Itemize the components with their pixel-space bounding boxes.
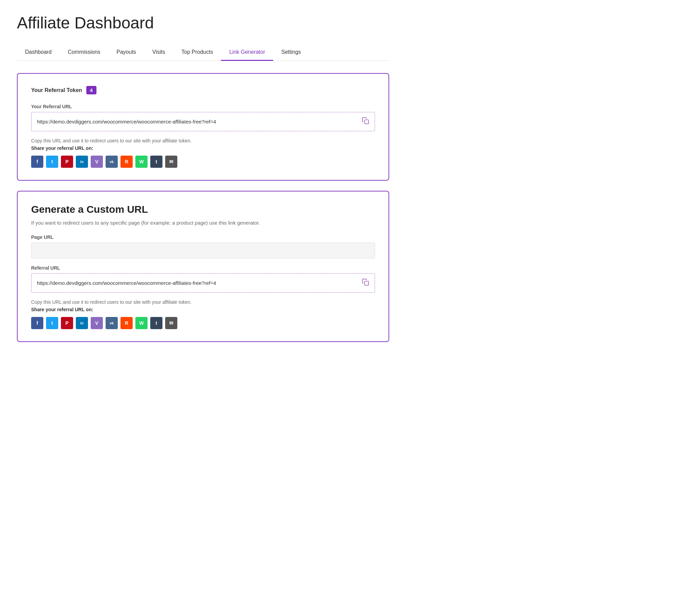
custom-social-tumblr[interactable]: t [150,317,163,329]
referral-token-row: Your Referral Token 4 [31,86,375,94]
custom-social-email[interactable]: ✉ [165,317,177,329]
custom-social-facebook[interactable]: f [31,317,43,329]
social-facebook[interactable]: f [31,156,43,168]
copy-referral-url-icon[interactable] [362,117,369,126]
custom-social-viber[interactable]: V [91,317,103,329]
tab-link-generator[interactable]: Link Generator [221,44,273,61]
social-email[interactable]: ✉ [165,156,177,168]
custom-social-vk[interactable]: vk [106,317,118,329]
custom-referral-url-field: https://demo.devdiggers.com/woocommerce/… [31,273,375,293]
referral-url-field: https://demo.devdiggers.com/woocommerce/… [31,112,375,131]
custom-copy-hint: Copy this URL and use it to redirect use… [31,300,375,305]
page-url-label: Page URL [31,235,375,240]
nav-tabs: Dashboard Commissions Payouts Visits Top… [17,44,389,61]
tab-visits[interactable]: Visits [144,44,173,61]
custom-social-whatsapp[interactable]: W [135,317,148,329]
page-url-input[interactable] [31,243,375,259]
custom-share-label: Share your referral URL on: [31,307,375,312]
referral-social-icons: f t P in V vk R W t ✉ [31,156,375,168]
custom-url-title: Generate a Custom URL [31,204,375,215]
referral-url-label: Your Referral URL [31,104,375,109]
referral-share-label: Share your referral URL on: [31,146,375,151]
tab-top-products[interactable]: Top Products [173,44,221,61]
social-viber[interactable]: V [91,156,103,168]
custom-social-twitter[interactable]: t [46,317,58,329]
social-whatsapp[interactable]: W [135,156,148,168]
custom-referral-url-value: https://demo.devdiggers.com/woocommerce/… [37,280,358,286]
social-twitter[interactable]: t [46,156,58,168]
custom-referral-url-label: Referral URL [31,265,375,271]
page-title: Affiliate Dashboard [17,14,389,32]
referral-copy-hint: Copy this URL and use it to redirect use… [31,138,375,144]
social-pinterest[interactable]: P [61,156,73,168]
tab-payouts[interactable]: Payouts [108,44,144,61]
social-reddit[interactable]: R [121,156,133,168]
custom-social-icons: f t P in V vk R W t ✉ [31,317,375,329]
custom-social-linkedin[interactable]: in [76,317,88,329]
referral-token-badge: 4 [86,86,97,94]
social-tumblr[interactable]: t [150,156,163,168]
custom-social-reddit[interactable]: R [121,317,133,329]
tab-commissions[interactable]: Commissions [60,44,108,61]
referral-url-value: https://demo.devdiggers.com/woocommerce/… [37,119,358,125]
custom-url-description: If you want to redirect users to any spe… [31,220,375,226]
referral-token-label: Your Referral Token [31,87,82,93]
custom-social-pinterest[interactable]: P [61,317,73,329]
svg-rect-1 [364,281,368,285]
referral-token-card: Your Referral Token 4 Your Referral URL … [17,73,389,181]
tab-settings[interactable]: Settings [273,44,309,61]
tab-dashboard[interactable]: Dashboard [17,44,60,61]
custom-url-card: Generate a Custom URL If you want to red… [17,191,389,342]
copy-custom-url-icon[interactable] [362,279,369,288]
social-linkedin[interactable]: in [76,156,88,168]
social-vk[interactable]: vk [106,156,118,168]
svg-rect-0 [364,120,368,124]
